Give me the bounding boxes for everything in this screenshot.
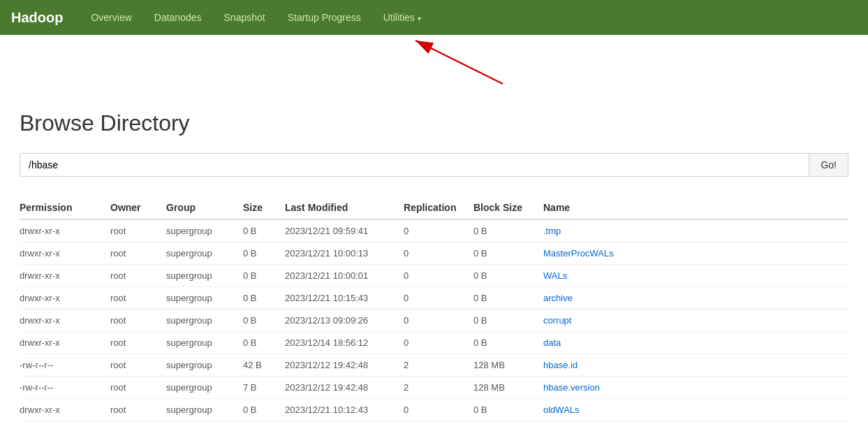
name-link[interactable]: data (543, 337, 561, 348)
nav-link-datanodes[interactable]: Datanodes (143, 2, 213, 33)
cell-replication: 0 (404, 399, 473, 421)
cell-modified: 2023/12/21 10:00:01 (285, 265, 404, 287)
cell-permission: drwxr-xr-x (20, 332, 110, 354)
table-row: drwxr-xr-x root supergroup 0 B 2023/12/2… (20, 219, 848, 242)
cell-group: supergroup (166, 377, 243, 399)
nav-link-startup-progress[interactable]: Startup Progress (277, 2, 372, 33)
name-link[interactable]: WALs (543, 270, 567, 281)
main-content: Browse Directory Go! Permission Owner Gr… (0, 110, 868, 429)
cell-replication: 0 (404, 310, 473, 332)
cell-blocksize: 0 B (473, 310, 543, 332)
table-row: drwxr-xr-x root supergroup 0 B 2023/12/1… (20, 332, 848, 354)
cell-modified: 2023/12/12 19:42:48 (285, 377, 404, 399)
cell-size: 0 B (243, 242, 285, 265)
navbar: Hadoop Overview Datanodes Snapshot Start… (0, 0, 868, 35)
table-row: drwxr-xr-x root supergroup 0 B 2023/12/2… (20, 399, 848, 421)
cell-size: 0 B (243, 310, 285, 332)
cell-owner: root (110, 354, 166, 377)
cell-modified: 2023/12/21 10:12:43 (285, 399, 404, 421)
cell-name[interactable]: MasterProcWALs (543, 242, 848, 265)
cell-group: supergroup (166, 354, 243, 377)
cell-permission: drwxr-xr-x (20, 310, 110, 332)
nav-item-datanodes[interactable]: Datanodes (143, 2, 213, 33)
cell-owner: root (110, 219, 166, 242)
cell-group: supergroup (166, 332, 243, 354)
name-link[interactable]: MasterProcWALs (543, 248, 614, 259)
cell-replication: 0 (404, 219, 473, 242)
cell-size: 0 B (243, 287, 285, 310)
th-group: Group (166, 196, 243, 219)
cell-blocksize: 0 B (473, 265, 543, 287)
search-input[interactable] (20, 154, 809, 176)
nav-link-utilities[interactable]: Utilities ▾ (372, 2, 432, 33)
name-link[interactable]: archive (543, 293, 573, 303)
cell-permission: drwxr-xr-x (20, 242, 110, 265)
table-row: drwxr-xr-x root supergroup 0 B 2023/12/2… (20, 287, 848, 310)
svg-line-1 (415, 41, 503, 84)
cell-owner: root (110, 310, 166, 332)
cell-name[interactable]: hbase.id (543, 354, 848, 377)
cell-permission: drwxr-xr-x (20, 399, 110, 421)
cell-group: supergroup (166, 242, 243, 265)
arrow-annotation-area (0, 35, 868, 91)
cell-replication: 0 (404, 265, 473, 287)
nav-link-overview[interactable]: Overview (80, 2, 142, 33)
nav-item-utilities[interactable]: Utilities ▾ (372, 2, 432, 33)
table-row: drwxr-xr-x root supergroup 0 B 2023/12/2… (20, 265, 848, 287)
red-arrow-nav (0, 35, 868, 91)
table-body: drwxr-xr-x root supergroup 0 B 2023/12/2… (20, 219, 848, 421)
cell-name[interactable]: corrupt (543, 310, 848, 332)
cell-replication: 0 (404, 287, 473, 310)
cell-blocksize: 0 B (473, 242, 543, 265)
cell-modified: 2023/12/12 19:42:48 (285, 354, 404, 377)
nav-link-snapshot[interactable]: Snapshot (213, 2, 277, 33)
cell-group: supergroup (166, 287, 243, 310)
table-row: -rw-r--r-- root supergroup 7 B 2023/12/1… (20, 377, 848, 399)
cell-name[interactable]: archive (543, 287, 848, 310)
cell-group: supergroup (166, 265, 243, 287)
cell-permission: drwxr-xr-x (20, 287, 110, 310)
cell-group: supergroup (166, 399, 243, 421)
th-permission: Permission (20, 196, 110, 219)
table-row: drwxr-xr-x root supergroup 0 B 2023/12/2… (20, 242, 848, 265)
cell-size: 7 B (243, 377, 285, 399)
cell-group: supergroup (166, 219, 243, 242)
cell-replication: 0 (404, 332, 473, 354)
cell-permission: drwxr-xr-x (20, 219, 110, 242)
cell-group: supergroup (166, 310, 243, 332)
page-title: Browse Directory (20, 110, 848, 136)
name-link[interactable]: .tmp (543, 226, 561, 236)
th-modified: Last Modified (285, 196, 404, 219)
cell-replication: 2 (404, 377, 473, 399)
cell-modified: 2023/12/21 10:00:13 (285, 242, 404, 265)
cell-name[interactable]: data (543, 332, 848, 354)
nav-item-overview[interactable]: Overview (80, 2, 142, 33)
cell-size: 42 B (243, 354, 285, 377)
cell-size: 0 B (243, 399, 285, 421)
cell-name[interactable]: WALs (543, 265, 848, 287)
cell-size: 0 B (243, 332, 285, 354)
go-button[interactable]: Go! (809, 154, 848, 176)
cell-owner: root (110, 377, 166, 399)
cell-permission: drwxr-xr-x (20, 265, 110, 287)
cell-name[interactable]: oldWALs (543, 399, 848, 421)
table-header-row: Permission Owner Group Size Last Modifie… (20, 196, 848, 219)
th-size: Size (243, 196, 285, 219)
cell-name[interactable]: hbase.version (543, 377, 848, 399)
name-link[interactable]: hbase.version (543, 382, 600, 393)
cell-modified: 2023/12/13 09:09:26 (285, 310, 404, 332)
cell-owner: root (110, 287, 166, 310)
name-link[interactable]: oldWALs (543, 405, 580, 415)
table-row: drwxr-xr-x root supergroup 0 B 2023/12/1… (20, 310, 848, 332)
name-link[interactable]: hbase.id (543, 360, 578, 370)
cell-modified: 2023/12/21 09:59:41 (285, 219, 404, 242)
nav-item-startup-progress[interactable]: Startup Progress (277, 2, 372, 33)
th-blocksize: Block Size (473, 196, 543, 219)
name-link[interactable]: corrupt (543, 315, 571, 326)
nav-item-snapshot[interactable]: Snapshot (213, 2, 277, 33)
cell-name[interactable]: .tmp (543, 219, 848, 242)
dropdown-caret-icon: ▾ (418, 15, 421, 22)
th-name: Name (543, 196, 848, 219)
cell-owner: root (110, 332, 166, 354)
cell-blocksize: 0 B (473, 287, 543, 310)
